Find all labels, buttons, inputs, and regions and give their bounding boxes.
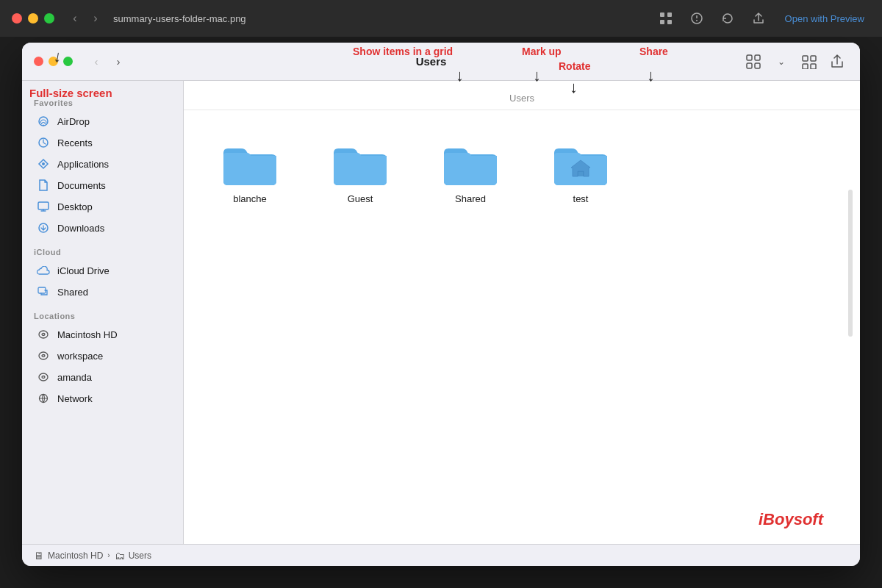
svg-rect-9 (747, 63, 752, 68)
close-button[interactable]: ✕ (12, 13, 22, 24)
share-icon[interactable] (748, 8, 769, 29)
recents-label: Recents (57, 137, 93, 148)
svg-point-16 (43, 125, 44, 126)
airdrop-label: AirDrop (57, 116, 90, 127)
titlebar-nav: ‹ › (66, 10, 104, 27)
folder-shared-label: Shared (455, 193, 486, 204)
workspace-icon (37, 349, 50, 362)
svg-point-25 (42, 355, 45, 357)
macintosh-hd-status-icon: 🖥 (34, 550, 44, 562)
amanda-label: amanda (57, 372, 92, 383)
folder-guest[interactable]: Guest (323, 132, 397, 212)
finder-body: Favorites AirDrop (22, 81, 860, 544)
applications-label: Applications (57, 159, 109, 170)
folder-grid: blanche Guest (184, 110, 860, 544)
macintosh-hd-icon (37, 328, 50, 341)
sidebar-item-recents[interactable]: Recents (26, 132, 179, 153)
titlebar-filename: summary-users-folder-mac.png (113, 13, 656, 24)
svg-point-22 (39, 331, 48, 338)
svg-rect-1 (667, 12, 672, 17)
icloud-drive-label: iCloud Drive (57, 265, 110, 276)
svg-rect-12 (811, 56, 816, 61)
sidebar-item-desktop[interactable]: Desktop (26, 196, 179, 217)
grid-view-icon[interactable] (656, 8, 676, 29)
finder-window: ‹ › Users ⌄ (22, 43, 860, 566)
svg-point-6 (696, 20, 698, 21)
sidebar-item-airdrop[interactable]: AirDrop (26, 111, 179, 132)
svg-point-26 (39, 373, 48, 381)
shared-icloud-label: Shared (57, 287, 88, 298)
sidebar-item-applications[interactable]: Applications (26, 154, 179, 174)
finder-minimize-button[interactable] (49, 57, 58, 66)
sidebar: Favorites AirDrop (22, 81, 184, 544)
folder-shared[interactable]: Shared (434, 132, 507, 212)
maximize-button[interactable]: + (44, 13, 54, 24)
finder-back-button[interactable]: ‹ (86, 51, 107, 72)
svg-rect-11 (803, 56, 808, 61)
finder-share-button[interactable] (826, 51, 848, 73)
minimize-button[interactable]: – (28, 13, 38, 24)
amanda-icon (37, 370, 50, 384)
sidebar-item-documents[interactable]: Documents (26, 175, 179, 196)
macintosh-hd-label: Macintosh HD (57, 329, 118, 340)
titlebar-traffic-lights: ✕ – + (12, 13, 54, 24)
icloud-drive-icon (37, 264, 50, 277)
sidebar-item-icloud-drive[interactable]: iCloud Drive (26, 260, 179, 281)
folder-test-label: test (573, 193, 589, 204)
locations-section-label: Locations (22, 303, 183, 323)
finder-grid-view-button[interactable] (742, 51, 764, 73)
titlebar-back-button[interactable]: ‹ (66, 10, 84, 27)
breadcrumb-separator: › (107, 551, 110, 559)
finder-close-button[interactable] (34, 57, 43, 66)
finder-view-options-button[interactable]: ⌄ (770, 51, 792, 73)
folder-blanche-label: blanche (233, 193, 267, 204)
svg-rect-0 (660, 12, 664, 17)
preview-titlebar: ✕ – + ‹ › summary-users-folder-mac.png (0, 0, 882, 37)
svg-point-24 (39, 352, 48, 359)
finder-forward-button[interactable]: › (108, 51, 129, 72)
content-section-title: Users (184, 81, 860, 110)
open-with-preview-button[interactable]: Open with Preview (779, 10, 870, 27)
downloads-label: Downloads (57, 223, 104, 234)
titlebar-forward-button[interactable]: › (87, 10, 104, 27)
sidebar-item-workspace[interactable]: workspace (26, 345, 179, 366)
folder-test[interactable]: test (544, 132, 617, 212)
finder-toolbar-right: ⌄ (742, 51, 848, 73)
svg-point-15 (39, 117, 48, 126)
folder-guest-icon (331, 140, 390, 187)
desktop-icon (37, 200, 50, 213)
rotate-icon[interactable] (717, 8, 738, 29)
titlebar-actions: Open with Preview (656, 8, 870, 29)
sidebar-item-macintosh-hd[interactable]: Macintosh HD (26, 324, 179, 345)
svg-rect-8 (755, 55, 760, 60)
applications-icon (37, 157, 50, 171)
sidebar-item-downloads[interactable]: Downloads (26, 218, 179, 238)
finder-arrange-button[interactable] (798, 51, 820, 73)
sidebar-scrollbar[interactable] (848, 190, 853, 337)
finder-toolbar: ‹ › Users ⌄ (22, 43, 860, 81)
svg-rect-7 (747, 55, 752, 60)
finder-maximize-button[interactable] (63, 57, 73, 66)
svg-rect-13 (803, 64, 808, 69)
documents-label: Documents (57, 180, 106, 191)
markup-icon[interactable] (686, 8, 707, 29)
folder-blanche[interactable]: blanche (213, 132, 287, 212)
breadcrumb-macintosh-hd[interactable]: 🖥 Macintosh HD (34, 550, 103, 562)
folder-guest-label: Guest (348, 193, 373, 204)
users-status-icon: 🗂 (115, 550, 125, 562)
desktop-label: Desktop (57, 201, 93, 212)
icloud-section-label: iCloud (22, 239, 183, 259)
sidebar-item-network[interactable]: Network (26, 388, 179, 409)
shared-icloud-icon (37, 285, 50, 298)
finder-traffic-lights (34, 57, 73, 66)
finder-content: Users blanche (184, 81, 860, 544)
svg-rect-19 (38, 202, 49, 209)
breadcrumb-users-label: Users (129, 551, 151, 561)
breadcrumb-users[interactable]: 🗂 Users (115, 550, 151, 562)
svg-rect-10 (755, 63, 760, 68)
svg-rect-2 (660, 20, 664, 24)
breadcrumb-hd-label: Macintosh HD (48, 551, 103, 561)
sidebar-item-amanda[interactable]: amanda (26, 367, 179, 387)
finder-nav: ‹ › (86, 51, 129, 72)
sidebar-item-shared-icloud[interactable]: Shared (26, 282, 179, 302)
